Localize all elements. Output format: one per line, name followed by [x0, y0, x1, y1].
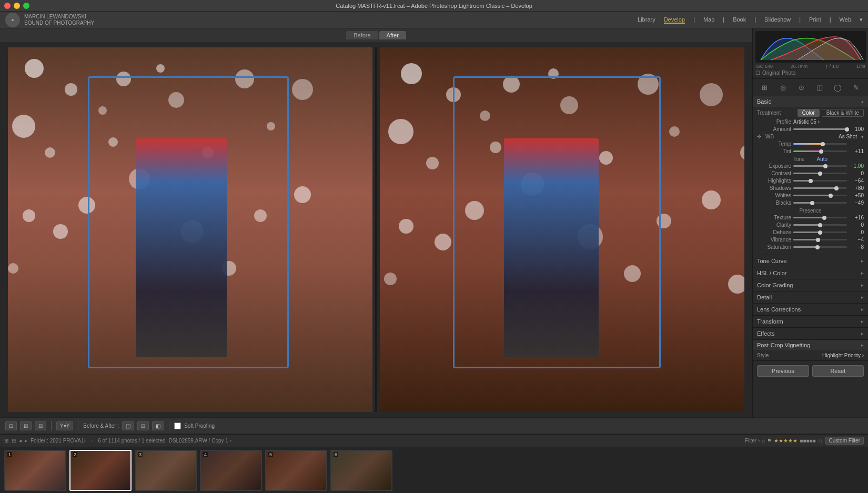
tint-slider[interactable] — [793, 150, 847, 152]
dehaze-row: Dehaze 0 — [757, 229, 864, 235]
compare-view-btn2[interactable]: ⊟ — [137, 421, 149, 430]
exposure-label: Exposure — [757, 163, 791, 169]
auto-tone-btn[interactable]: Auto — [816, 156, 827, 162]
nav-expand[interactable]: ▾ — [860, 16, 863, 24]
compare-view-btn1[interactable]: ◫ — [122, 421, 134, 430]
wb-value[interactable]: As Shot — [839, 134, 857, 139]
color-button[interactable]: Color — [798, 109, 820, 117]
post-crop-arrow: ▸ — [861, 343, 864, 348]
separator1 — [51, 421, 52, 430]
view-small-btn[interactable]: ⊡ — [5, 421, 17, 430]
filmstrip-thumb-5[interactable]: 5 — [265, 450, 327, 491]
soft-proofing-checkbox[interactable] — [174, 422, 181, 429]
photo-divider — [375, 47, 377, 412]
temp-slider[interactable] — [793, 143, 847, 145]
nav-book[interactable]: Book — [733, 16, 746, 24]
filmstrip-thumb-6[interactable]: 6 — [330, 450, 392, 491]
svg-point-5 — [45, 147, 55, 158]
wb-dropdown-icon[interactable]: ▾ — [861, 134, 864, 139]
grid-icon[interactable]: ⊞ — [4, 438, 8, 444]
close-button[interactable] — [4, 3, 11, 9]
transform-row[interactable]: Transform ▸ — [753, 316, 868, 328]
before-photo — [8, 47, 372, 412]
eyedropper-icon[interactable]: ✛ — [757, 134, 761, 139]
tab-before[interactable]: Before — [346, 31, 378, 39]
reset-button[interactable]: Reset — [812, 365, 864, 377]
nav-prev-icon[interactable]: ◂ — [19, 438, 22, 444]
custom-filter-button[interactable]: Custom Filter — [825, 437, 864, 445]
temp-label: Temp — [757, 141, 791, 147]
nav-next-icon[interactable]: ▸ — [25, 438, 27, 444]
filmstrip-icon[interactable]: ⊟ — [12, 438, 16, 444]
amount-slider[interactable] — [793, 128, 847, 130]
filmstrip-thumb-1[interactable]: 1 — [4, 450, 66, 491]
view-medium-btn[interactable]: ⊞ — [20, 421, 32, 430]
nav-slideshow[interactable]: Slideshow — [764, 16, 791, 24]
filmstrip-thumb-3[interactable]: 3 — [135, 450, 197, 491]
previous-button[interactable]: Previous — [757, 365, 809, 377]
vibrance-slider[interactable] — [793, 239, 847, 240]
dehaze-slider[interactable] — [793, 232, 847, 233]
tone-section-title: Tone Auto — [757, 156, 864, 162]
style-value[interactable]: Highlight Priority › — [822, 353, 864, 358]
color-grading-row[interactable]: Color Grading ▸ — [753, 279, 868, 291]
crop-tool[interactable]: ⊞ — [758, 81, 771, 94]
tool-icons-row: ⊞ ◎ ⊙ ◫ ◯ ✎ — [753, 79, 868, 96]
profile-value[interactable]: Artistic 05 › — [793, 119, 864, 125]
thumb-img-4 — [201, 451, 261, 490]
effects-row[interactable]: Effects ▸ — [753, 328, 868, 340]
whites-slider[interactable] — [793, 195, 847, 196]
spot-removal-tool[interactable]: ◎ — [776, 81, 789, 94]
detail-row[interactable]: Detail ▸ — [753, 291, 868, 304]
texture-slider[interactable] — [793, 217, 847, 218]
star-filter[interactable]: ★★★★★ — [774, 438, 798, 444]
basic-panel-arrow: ▴ — [861, 99, 864, 104]
blacks-slider[interactable] — [793, 202, 847, 204]
sort-btn[interactable]: Y▾Y — [56, 421, 73, 430]
highlights-slider[interactable] — [793, 180, 847, 182]
filmstrip-thumb-4[interactable]: 4 — [200, 450, 262, 491]
tab-after[interactable]: After — [379, 31, 406, 39]
hsl-color-label: HSL / Color — [757, 270, 786, 276]
filter-icon[interactable]: ⌂ — [762, 438, 765, 444]
sort-asc-icon[interactable]: ↑↓ — [818, 438, 823, 444]
contrast-slider[interactable] — [793, 173, 847, 174]
nav-separator4: | — [799, 16, 801, 24]
blacks-row: Blacks −49 — [757, 200, 864, 206]
lens-corrections-row[interactable]: Lens Corrections ▸ — [753, 304, 868, 316]
maximize-button[interactable] — [23, 3, 29, 9]
filter-label[interactable]: Filter › — [745, 438, 760, 444]
basic-panel-title: Basic — [757, 98, 771, 105]
detail-label: Detail — [757, 294, 772, 300]
tone-curve-row[interactable]: Tone Curve ▸ — [753, 255, 868, 267]
basic-panel-header[interactable]: Basic ▴ — [753, 96, 868, 107]
view-large-btn[interactable]: ⊟ — [35, 421, 46, 430]
nav-library[interactable]: Library — [638, 16, 655, 24]
panel-actions: Previous Reset — [753, 361, 868, 381]
hsl-color-row[interactable]: HSL / Color ▸ — [753, 267, 868, 279]
nav-web[interactable]: Web — [840, 16, 851, 24]
svg-point-21 — [156, 64, 165, 73]
photo-path[interactable]: DSL02859.ARW / Copy 1 › — [169, 438, 231, 444]
nav-print[interactable]: Print — [809, 16, 821, 24]
saturation-slider[interactable] — [793, 246, 847, 248]
bw-button[interactable]: Black & White — [822, 109, 864, 117]
clarity-slider[interactable] — [793, 224, 847, 226]
filmstrip-thumb-2[interactable]: 2 — [69, 450, 132, 491]
compare-view-btn3[interactable]: ◧ — [152, 421, 164, 430]
nav-map[interactable]: Map — [703, 16, 714, 24]
flag-filter[interactable]: ⚑ — [767, 438, 772, 444]
svg-point-22 — [401, 63, 422, 84]
redeye-tool[interactable]: ⊙ — [795, 81, 808, 94]
thumb-num-5: 5 — [268, 452, 273, 457]
exposure-slider[interactable] — [793, 165, 847, 167]
color-filter[interactable]: ■■■■■ — [800, 438, 815, 444]
adjustment-brush-tool[interactable]: ✎ — [850, 81, 863, 94]
shadows-slider[interactable] — [793, 187, 847, 189]
treatment-row: Treatment Color Black & White — [757, 109, 864, 117]
radial-filter-tool[interactable]: ◯ — [832, 81, 844, 94]
nav-develop[interactable]: Develop — [664, 16, 685, 24]
minimize-button[interactable] — [14, 3, 20, 9]
post-crop-header[interactable]: Post-Crop Vignetting ▸ — [753, 340, 868, 350]
graduated-filter-tool[interactable]: ◫ — [813, 81, 826, 94]
